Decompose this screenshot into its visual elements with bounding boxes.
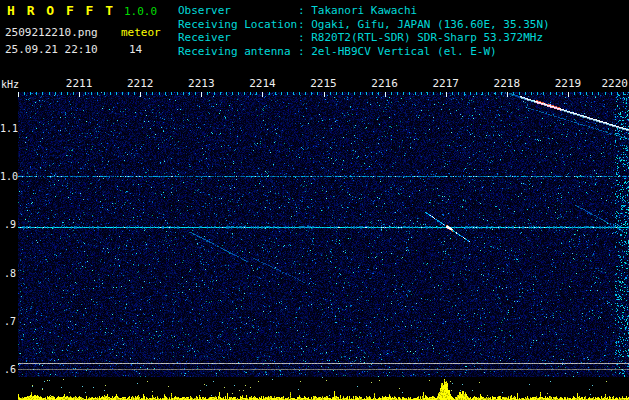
spectrogram-canvas xyxy=(18,92,629,377)
app-title: H R O F F T xyxy=(7,3,115,18)
time-label: 2216 xyxy=(371,77,398,90)
station-info-row: Receiver: R820T2(RTL-SDR) SDR-Sharp 53.3… xyxy=(178,31,550,45)
freq-label: .6 xyxy=(0,364,16,376)
datetime-label: 25.09.21 22:10 xyxy=(5,43,98,56)
time-label: 2215 xyxy=(310,77,337,90)
freq-label: .7 xyxy=(0,316,16,328)
echo-count: 14 xyxy=(129,43,142,56)
station-info-label: Receiving antenna xyxy=(178,45,298,59)
hrofft-window: H R O F F T 1.0.0 2509212210.png meteor … xyxy=(0,0,629,400)
time-label: 2219 xyxy=(555,77,582,90)
time-label: 2212 xyxy=(127,77,154,90)
freq-unit-label: kHz xyxy=(1,79,19,90)
time-label: 2220 xyxy=(602,77,629,90)
freq-label: 1.1 xyxy=(0,123,16,135)
freq-label: .9 xyxy=(0,219,16,231)
signal-level-strip-canvas xyxy=(18,377,629,400)
station-info-label: Receiver xyxy=(178,31,298,45)
station-info-row: Receiving Location: Ogaki, Gifu, JAPAN (… xyxy=(178,18,550,32)
time-label: 2214 xyxy=(249,77,276,90)
station-info-label: Observer xyxy=(178,4,298,18)
station-info-row: Observer: Takanori Kawachi xyxy=(178,4,550,18)
time-axis: 2211221222132214221522162217221822192220 xyxy=(0,77,629,90)
station-info-label: Receiving Location xyxy=(178,18,298,32)
app-version: 1.0.0 xyxy=(124,5,157,18)
station-info-row: Receiving antenna: 2el-HB9CV Vertical (e… xyxy=(178,45,550,59)
freq-label: 1.0 xyxy=(0,171,16,183)
time-label: 2218 xyxy=(494,77,521,90)
mode-label: meteor xyxy=(121,26,161,39)
freq-label: .8 xyxy=(0,268,16,280)
station-info: Observer: Takanori KawachiReceiving Loca… xyxy=(178,4,550,58)
station-info-value: : Takanori Kawachi xyxy=(298,4,417,17)
output-filename: 2509212210.png xyxy=(5,26,98,39)
time-label: 2211 xyxy=(66,77,93,90)
station-info-value: : 2el-HB9CV Vertical (el. E-W) xyxy=(298,45,497,58)
time-label: 2213 xyxy=(188,77,215,90)
time-label: 2217 xyxy=(432,77,459,90)
station-info-value: : R820T2(RTL-SDR) SDR-Sharp 53.372MHz xyxy=(298,31,543,44)
station-info-value: : Ogaki, Gifu, JAPAN (136.60E, 35.35N) xyxy=(298,18,550,31)
